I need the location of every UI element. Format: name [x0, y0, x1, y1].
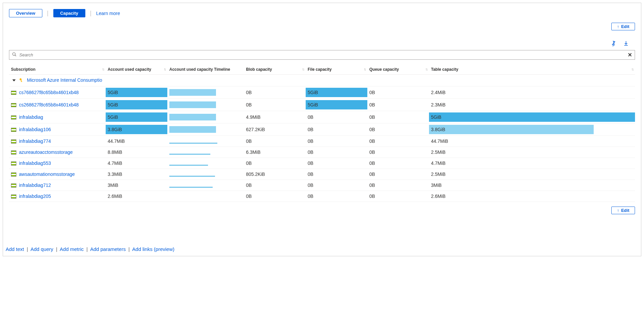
- col-queue[interactable]: Queue capacity↑↓: [367, 64, 429, 75]
- timeline-sparkline: [169, 150, 210, 154]
- file-capacity-value: 0B: [308, 194, 313, 199]
- sort-icon: ↑↓: [302, 67, 304, 71]
- sort-icon: ↑↓: [164, 67, 165, 71]
- timeline-sparkline: [169, 183, 213, 188]
- svg-point-0: [13, 53, 15, 55]
- used-capacity-value: 2.6MiB: [108, 194, 122, 199]
- table-capacity-value: 2.6MiB: [431, 194, 446, 199]
- pin-icon[interactable]: [610, 40, 616, 47]
- used-capacity-value: 4.7MiB: [108, 161, 122, 166]
- file-capacity-value: 0B: [308, 138, 313, 144]
- storage-account-icon: [11, 139, 16, 143]
- storage-account-link[interactable]: cs768627f8c65b8x4601xb48: [19, 90, 79, 95]
- table-capacity-value: 3.8GiB: [431, 127, 445, 132]
- storage-account-link[interactable]: infralabdiag774: [19, 138, 51, 144]
- storage-account-link[interactable]: awsautomationomsstorage: [19, 172, 75, 177]
- used-capacity-value: 3.8GiB: [108, 127, 122, 132]
- queue-capacity-value: 0B: [369, 102, 375, 107]
- used-capacity-value: 3MiB: [108, 183, 118, 188]
- timeline-sparkline: [169, 161, 208, 166]
- sort-icon: ↑↓: [631, 67, 633, 71]
- file-capacity-value: 0B: [308, 127, 313, 132]
- table-row: infralabdiag2052.6MiB0B0B0B2.6MiB: [9, 191, 635, 202]
- queue-capacity-value: 0B: [369, 90, 375, 95]
- storage-account-link[interactable]: infralabdiag106: [19, 127, 51, 132]
- edit-button-top[interactable]: ↑ Edit: [611, 23, 635, 30]
- storage-account-icon: [11, 184, 16, 188]
- col-timeline[interactable]: Account used capacity Timeline: [167, 64, 244, 75]
- table-row: infralabdiag77444.7MiB0B0B0B44.7MiB: [9, 135, 635, 146]
- search-input[interactable]: [19, 52, 628, 57]
- search-input-wrap[interactable]: ✕: [9, 50, 635, 60]
- timeline-sparkline: [169, 139, 217, 143]
- queue-capacity-value: 0B: [369, 127, 375, 132]
- download-icon[interactable]: [623, 40, 629, 47]
- search-icon: [12, 52, 17, 58]
- footer-actions: Add text | Add query | Add metric | Add …: [6, 246, 174, 252]
- table-row: infralabdiag1063.8GiB627.2KiB0B0B3.8GiB: [9, 123, 635, 135]
- storage-account-icon: [11, 115, 16, 119]
- edit-icon: ↑: [617, 24, 619, 29]
- file-capacity-value: 0B: [308, 149, 313, 155]
- clear-search-icon[interactable]: ✕: [628, 52, 632, 58]
- learn-more-link[interactable]: Learn more: [96, 11, 120, 16]
- storage-account-icon: [11, 173, 16, 177]
- tab-capacity[interactable]: Capacity: [53, 9, 85, 17]
- add-text-link[interactable]: Add text: [6, 246, 24, 252]
- table-row: azureautoacctomsstorage8.8MiB6.3MiB0B0B2…: [9, 146, 635, 157]
- storage-account-link[interactable]: infralabdiag205: [19, 194, 51, 199]
- timeline-bar: [169, 101, 216, 108]
- file-capacity-value: 5GiB: [308, 90, 318, 95]
- edit-label: Edit: [621, 24, 629, 29]
- table-row: cs268627f8c65b8x4601xb485GiB0B5GiB0B2.3M…: [9, 98, 635, 111]
- used-capacity-value: 5GiB: [108, 114, 118, 120]
- storage-account-link[interactable]: cs268627f8c65b8x4601xb48: [19, 102, 79, 107]
- blob-capacity-value: 0B: [246, 102, 252, 107]
- subscription-group-label: Microsoft Azure Internal Consumptio: [27, 77, 102, 83]
- add-metric-link[interactable]: Add metric: [60, 246, 84, 252]
- queue-capacity-value: 0B: [369, 114, 375, 120]
- file-capacity-value: 0B: [308, 172, 313, 177]
- table-capacity-value: 44.7MiB: [431, 138, 448, 144]
- storage-account-link[interactable]: azureautoacctomsstorage: [19, 149, 73, 155]
- caret-down-icon: [12, 79, 16, 81]
- timeline-sparkline: [169, 172, 215, 177]
- table-row: awsautomationomsstorage3.3MiB805.2KiB0B0…: [9, 169, 635, 180]
- col-subscription[interactable]: Subscription↑↓: [9, 64, 106, 75]
- edit-button-bottom[interactable]: ↑ Edit: [611, 207, 635, 214]
- storage-account-link[interactable]: infralabdiag553: [19, 161, 51, 166]
- tab-overview[interactable]: Overview: [9, 9, 42, 17]
- edit-icon: ↑: [617, 208, 619, 213]
- storage-account-icon: [11, 103, 16, 107]
- col-used-capacity[interactable]: Account used capacity↑↓: [106, 64, 167, 75]
- table-capacity-bar: [429, 125, 594, 134]
- tab-separator: |: [47, 10, 49, 17]
- sort-icon: ↑↓: [364, 67, 365, 71]
- blob-capacity-value: 4.9MiB: [246, 114, 261, 120]
- storage-account-link[interactable]: infralabdiag: [19, 114, 43, 120]
- queue-capacity-value: 0B: [369, 172, 375, 177]
- col-table[interactable]: Table capacity↑↓: [429, 64, 635, 75]
- queue-capacity-value: 0B: [369, 161, 375, 166]
- add-parameters-link[interactable]: Add parameters: [90, 246, 126, 252]
- col-file[interactable]: File capacity↑↓: [306, 64, 367, 75]
- add-links-link[interactable]: Add links (preview): [132, 246, 175, 252]
- table-capacity-value: 2.3MiB: [431, 102, 446, 107]
- col-blob[interactable]: Blob capacity↑↓: [244, 64, 306, 75]
- storage-account-link[interactable]: infralabdiag712: [19, 183, 51, 188]
- blob-capacity-value: 627.2KiB: [246, 127, 265, 132]
- file-capacity-value: 5GiB: [308, 102, 318, 107]
- queue-capacity-value: 0B: [369, 149, 375, 155]
- file-capacity-value: 0B: [308, 183, 313, 188]
- edit-label: Edit: [621, 208, 629, 213]
- blob-capacity-value: 0B: [246, 183, 252, 188]
- table-capacity-value: 2.5MiB: [431, 149, 446, 155]
- table-capacity-value: 3MiB: [431, 183, 442, 188]
- blob-capacity-value: 0B: [246, 161, 252, 166]
- table-row: infralabdiag5GiB4.9MiB0B0B5GiB: [9, 111, 635, 123]
- add-query-link[interactable]: Add query: [30, 246, 53, 252]
- used-capacity-value: 44.7MiB: [108, 138, 125, 144]
- subscription-group-row[interactable]: Microsoft Azure Internal Consumptio: [9, 75, 635, 86]
- file-capacity-value: 0B: [308, 161, 313, 166]
- table-capacity-value: 4.7MiB: [431, 161, 446, 166]
